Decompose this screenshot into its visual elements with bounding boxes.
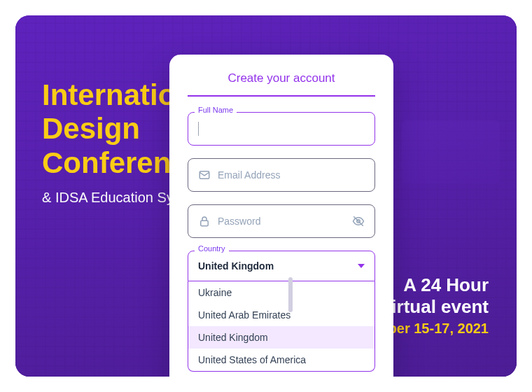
text-cursor xyxy=(198,122,199,136)
country-option[interactable]: United Arab Emirates xyxy=(188,304,374,326)
country-option[interactable]: United Kingdom xyxy=(188,326,374,349)
password-placeholder: Password xyxy=(218,216,345,227)
full-name-label: Full Name xyxy=(195,106,237,114)
signup-modal: Create your account Full Name Email Addr… xyxy=(169,55,393,377)
country-label: Country xyxy=(195,245,229,253)
country-dropdown: Ukraine United Arab Emirates United King… xyxy=(188,281,375,372)
email-placeholder: Email Address xyxy=(218,169,365,181)
lock-icon xyxy=(198,215,211,227)
country-option[interactable]: United States of America xyxy=(188,349,374,371)
mail-icon xyxy=(198,169,211,181)
svg-rect-1 xyxy=(201,220,209,226)
email-field[interactable]: Email Address xyxy=(188,158,375,192)
password-field[interactable]: Password xyxy=(188,204,375,238)
chevron-down-icon xyxy=(358,264,365,268)
country-select[interactable]: United Kingdom xyxy=(188,251,375,281)
country-selected-value: United Kingdom xyxy=(198,260,274,272)
full-name-field-wrap: Full Name xyxy=(188,112,375,146)
country-option[interactable]: Ukraine xyxy=(188,281,374,304)
full-name-input[interactable] xyxy=(206,123,365,134)
modal-title: Create your account xyxy=(188,71,375,97)
full-name-field[interactable] xyxy=(188,112,375,146)
dropdown-scrollbar[interactable] xyxy=(288,277,293,312)
event-hero-card: International Design Conference & IDSA E… xyxy=(15,15,517,377)
hero-title-line2: Design xyxy=(42,112,140,145)
eye-off-icon[interactable] xyxy=(352,215,365,227)
